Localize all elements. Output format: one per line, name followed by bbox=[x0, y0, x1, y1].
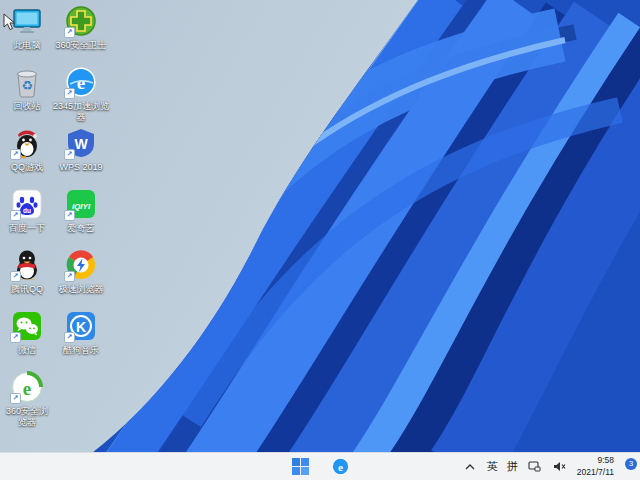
icon-label: 微信 bbox=[18, 345, 36, 356]
clock-date: 2021/7/11 bbox=[577, 467, 614, 478]
windows-logo-icon bbox=[292, 458, 309, 475]
desktop-icon-recycle-bin[interactable]: ♻ 回收站 bbox=[2, 66, 52, 127]
svg-text:e: e bbox=[337, 461, 342, 473]
browser-e-icon: e bbox=[331, 457, 350, 476]
wechat-icon: ↗ bbox=[11, 310, 43, 342]
shortcut-arrow-icon: ↗ bbox=[10, 210, 21, 221]
shortcut-arrow-icon: ↗ bbox=[64, 149, 75, 160]
shortcut-arrow-icon: ↗ bbox=[64, 88, 75, 99]
tencent-qq-icon: ↗ bbox=[11, 249, 43, 281]
desktop-icon-kugou-music[interactable]: K ↗ 酷狗音乐 bbox=[52, 310, 110, 371]
icon-label: 酷狗音乐 bbox=[63, 345, 99, 356]
desktop-icon-wechat[interactable]: ↗ 微信 bbox=[2, 310, 52, 371]
ime-language-indicator[interactable]: 英 bbox=[487, 459, 498, 474]
icon-label: QQ游戏 bbox=[11, 162, 43, 173]
icon-label: 极速浏览器 bbox=[59, 284, 104, 295]
volume-muted-icon bbox=[553, 461, 566, 472]
svg-text:du: du bbox=[23, 207, 31, 214]
icon-label: 爱奇艺 bbox=[68, 223, 95, 234]
icon-label: WPS 2019 bbox=[59, 162, 102, 173]
speed-browser-icon: ↗ bbox=[65, 249, 97, 281]
shortcut-arrow-icon: ↗ bbox=[64, 27, 75, 38]
icon-label: 此电脑 bbox=[14, 40, 41, 51]
clock-time: 9:58 bbox=[577, 455, 614, 466]
network-tray-button[interactable] bbox=[527, 455, 543, 479]
icon-label: 回收站 bbox=[14, 101, 41, 112]
svg-text:e: e bbox=[23, 378, 31, 399]
desktop-icon-iqiyi[interactable]: iQIYI ↗ 爱奇艺 bbox=[52, 188, 110, 249]
shortcut-arrow-icon: ↗ bbox=[64, 210, 75, 221]
taskbar: e 英 拼 9:58 2021/7/11 3 bbox=[0, 452, 640, 480]
volume-tray-button[interactable] bbox=[552, 455, 568, 479]
network-icon bbox=[528, 461, 541, 472]
chevron-up-icon bbox=[465, 464, 475, 470]
icon-label: 360安全卫士 bbox=[55, 40, 106, 51]
tray-overflow-button[interactable] bbox=[462, 455, 478, 479]
taskbar-center-icons: e bbox=[288, 455, 352, 479]
mouse-cursor bbox=[3, 13, 16, 31]
shortcut-arrow-icon: ↗ bbox=[10, 393, 21, 404]
notification-badge[interactable]: 3 bbox=[625, 458, 637, 470]
svg-text:K: K bbox=[76, 319, 86, 335]
iqiyi-icon: iQIYI ↗ bbox=[65, 188, 97, 220]
browser-taskbar-button[interactable]: e bbox=[328, 455, 352, 479]
svg-text:e: e bbox=[77, 72, 85, 93]
start-button[interactable] bbox=[288, 455, 312, 479]
icon-label: 360安全浏览器 bbox=[2, 406, 52, 428]
wps-2019-icon: W ↗ bbox=[65, 127, 97, 159]
desktop-icon-baidu[interactable]: du ↗ 百度一下 bbox=[2, 188, 52, 249]
svg-text:♻: ♻ bbox=[21, 78, 33, 93]
desktop-icon-qq-games[interactable]: ↗ QQ游戏 bbox=[2, 127, 52, 188]
shortcut-arrow-icon: ↗ bbox=[64, 332, 75, 343]
taskbar-clock[interactable]: 9:58 2021/7/11 bbox=[577, 455, 614, 477]
svg-text:W: W bbox=[74, 136, 88, 152]
shortcut-arrow-icon: ↗ bbox=[10, 149, 21, 160]
360-safe-icon: ↗ bbox=[65, 5, 97, 37]
ime-mode-indicator[interactable]: 拼 bbox=[507, 459, 518, 474]
shortcut-arrow-icon: ↗ bbox=[64, 271, 75, 282]
desktop-icon-speed-browser[interactable]: ↗ 极速浏览器 bbox=[52, 249, 110, 310]
desktop-icon-360-safe[interactable]: ↗ 360安全卫士 bbox=[52, 5, 110, 66]
shortcut-arrow-icon: ↗ bbox=[10, 271, 21, 282]
desktop-icon-360-browser[interactable]: e ↗ 360安全浏览器 bbox=[2, 371, 52, 432]
desktop-wallpaper: 此电脑 ↗ 360安全卫士 ♻ 回收站 bbox=[0, 0, 640, 453]
svg-text:iQIYI: iQIYI bbox=[72, 202, 91, 211]
desktop-icon-tencent-qq[interactable]: ↗ 腾讯QQ bbox=[2, 249, 52, 310]
desktop-icon-2345-browser[interactable]: e ↗ 2345加速浏览器 bbox=[52, 66, 110, 127]
kugou-music-icon: K ↗ bbox=[65, 310, 97, 342]
recycle-bin-icon: ♻ bbox=[11, 66, 43, 98]
system-tray: 英 拼 9:58 2021/7/11 3 bbox=[462, 453, 637, 480]
icon-label: 百度一下 bbox=[9, 223, 45, 234]
desktop-icon-grid: 此电脑 ↗ 360安全卫士 ♻ 回收站 bbox=[2, 5, 110, 432]
icon-label: 2345加速浏览器 bbox=[52, 101, 110, 123]
shortcut-arrow-icon: ↗ bbox=[10, 332, 21, 343]
qq-games-icon: ↗ bbox=[11, 127, 43, 159]
360-browser-icon: e ↗ bbox=[11, 371, 43, 403]
baidu-icon: du ↗ bbox=[11, 188, 43, 220]
icon-label: 腾讯QQ bbox=[11, 284, 43, 295]
desktop-icon-wps-2019[interactable]: W ↗ WPS 2019 bbox=[52, 127, 110, 188]
2345-browser-icon: e ↗ bbox=[65, 66, 97, 98]
